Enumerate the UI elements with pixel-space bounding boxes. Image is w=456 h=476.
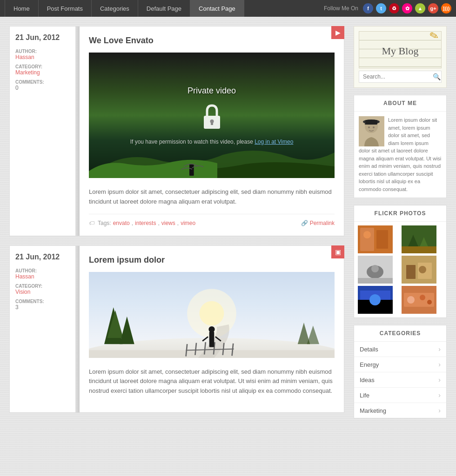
permalink-area-1: 🔗 Permalink — [301, 220, 335, 226]
category-marketing[interactable]: Marketing › — [354, 403, 446, 418]
flickr-thumb-4[interactable] — [402, 256, 436, 284]
nav-home[interactable]: Home — [5, 0, 39, 17]
post-body-1: Lorem ipsum dolor sit amet, consectetuer… — [89, 187, 335, 207]
svg-point-47 — [419, 266, 426, 273]
twitter-icon[interactable]: t — [376, 3, 386, 13]
scroll-thumb-2 — [76, 248, 79, 262]
svg-rect-34 — [376, 230, 388, 249]
category-marketing-arrow: › — [438, 407, 441, 414]
blog-notebook: ✏ My Blog — [359, 31, 442, 68]
tag-envato[interactable]: envato — [113, 220, 130, 226]
category-marketing-label: Marketing — [360, 407, 386, 414]
svg-point-31 — [373, 126, 375, 128]
about-title: ABOUT ME — [354, 95, 446, 112]
category-details[interactable]: Details › — [354, 342, 446, 357]
nav-contact-page[interactable]: Contact Page — [190, 0, 244, 17]
svg-rect-29 — [365, 122, 366, 125]
search-icon[interactable]: 🔍 — [433, 73, 441, 80]
svg-rect-28 — [365, 120, 377, 125]
rss-icon[interactable]: )))) — [441, 3, 451, 13]
about-top: Lorem ipsum dolor sit amet, lorem ipsum … — [359, 116, 442, 147]
category-details-label: Details — [360, 346, 378, 353]
post-card-1: 21 Jun, 2012 AUTHOR: Hassan CATEGORY: Ma… — [9, 26, 344, 236]
blog-header: ✏ My Blog 🔍 — [354, 26, 447, 88]
author-value-2[interactable]: Hassan — [15, 273, 74, 280]
google-plus-icon[interactable]: g+ — [428, 3, 438, 13]
svg-rect-39 — [402, 246, 436, 253]
flickr-thumb-1[interactable] — [358, 225, 393, 253]
comments-count-1[interactable]: 0 — [15, 85, 74, 91]
category-life[interactable]: Life › — [354, 388, 446, 403]
social-links: Follow Me On f t ♻ ✿ ▲ g+ )))) — [324, 3, 451, 13]
category-value-1[interactable]: Marketing — [15, 69, 74, 76]
about-content: Lorem ipsum dolor sit amet, lorem ipsum … — [354, 112, 446, 198]
category-details-arrow: › — [438, 345, 441, 353]
pinterest-icon[interactable]: ♻ — [389, 3, 399, 13]
private-video-label: Private video — [130, 86, 294, 96]
flickr-grid — [354, 222, 446, 317]
lock-icon — [199, 103, 225, 133]
avatar-svg — [359, 116, 384, 146]
nav-categories[interactable]: Categories — [92, 0, 138, 17]
post-date-2: 21 Jun, 2012 — [15, 253, 74, 261]
snow-scene-svg — [89, 272, 335, 358]
tag-vimeo[interactable]: vimeo — [181, 220, 195, 226]
tag-icon-1: 🏷 — [89, 220, 94, 226]
blog-title: My Blog — [382, 45, 419, 57]
category-ideas-arrow: › — [438, 376, 441, 383]
post-date-1: 21 Jun, 2012 — [15, 33, 74, 42]
category-label-1: CATEGORY: — [15, 64, 74, 69]
category-energy-label: Energy — [360, 361, 379, 368]
scroll-thumb-1 — [76, 29, 79, 43]
category-energy[interactable]: Energy › — [354, 357, 446, 372]
comments-count-2[interactable]: 3 — [15, 304, 74, 311]
category-life-arrow: › — [438, 391, 441, 399]
svg-point-35 — [363, 231, 371, 238]
android-icon[interactable]: ▲ — [415, 3, 425, 13]
flickr-thumb-6[interactable] — [402, 286, 436, 314]
nav-post-formats[interactable]: Post Formats — [39, 0, 92, 17]
image-badge-icon: ▣ — [335, 248, 341, 256]
svg-rect-3 — [211, 121, 213, 125]
flickr-thumb-3[interactable] — [358, 256, 393, 284]
svg-rect-21 — [209, 331, 215, 347]
post-meta-sidebar-2: 21 Jun, 2012 AUTHOR: Hassan CATEGORY: Vi… — [9, 245, 79, 413]
video-text: Private video If you have permission to … — [130, 86, 294, 145]
tag-interests[interactable]: interests — [135, 220, 156, 226]
svg-point-22 — [208, 326, 215, 332]
follow-label: Follow Me On — [324, 5, 358, 12]
facebook-icon[interactable]: f — [363, 3, 373, 13]
svg-point-51 — [369, 294, 381, 305]
post-type-badge-2: ▣ — [331, 245, 344, 258]
post-title-2: Lorem ipsum dolor — [89, 255, 335, 265]
flickr-icon[interactable]: ✿ — [402, 3, 412, 13]
search-input[interactable] — [363, 73, 433, 80]
vimeo-link[interactable]: Log in at Vimeo — [255, 139, 293, 145]
about-section: ABOUT ME — [354, 95, 447, 198]
svg-point-6 — [200, 301, 224, 325]
categories-section: CATEGORIES Details › Energy › Ideas › Li… — [354, 325, 447, 418]
tag-views[interactable]: views — [161, 220, 175, 226]
tags-label-1: Tags: — [98, 220, 111, 226]
permalink-icon-1: 🔗 — [301, 220, 308, 226]
comments-label-1: COMMENTS: — [15, 79, 74, 85]
nav-default-page[interactable]: Default Page — [138, 0, 190, 17]
category-label-2: CATEGORY: — [15, 284, 74, 289]
flickr-thumb-2[interactable] — [402, 225, 436, 253]
categories-title: CATEGORIES — [354, 325, 446, 342]
categories-list: Details › Energy › Ideas › Life › Market… — [354, 342, 446, 418]
main-container: 21 Jun, 2012 AUTHOR: Hassan CATEGORY: Ma… — [0, 17, 456, 428]
sidebar: ✏ My Blog 🔍 ABOUT ME — [354, 26, 447, 418]
category-ideas-label: Ideas — [360, 377, 375, 383]
category-value-2[interactable]: Vision — [15, 289, 74, 295]
svg-point-56 — [427, 300, 432, 304]
video-badge-icon: ▶ — [335, 29, 341, 36]
category-life-label: Life — [360, 392, 369, 399]
flickr-thumb-5[interactable] — [358, 286, 393, 314]
permalink-link-1[interactable]: Permalink — [310, 220, 335, 226]
category-ideas[interactable]: Ideas › — [354, 372, 446, 388]
comments-label-2: COMMENTS: — [15, 299, 74, 304]
author-value-1[interactable]: Hassan — [15, 54, 74, 60]
video-container: Private video If you have permission to … — [89, 53, 335, 178]
about-full-text: dolor sit amet ut laoreet dolore magna a… — [359, 147, 442, 193]
